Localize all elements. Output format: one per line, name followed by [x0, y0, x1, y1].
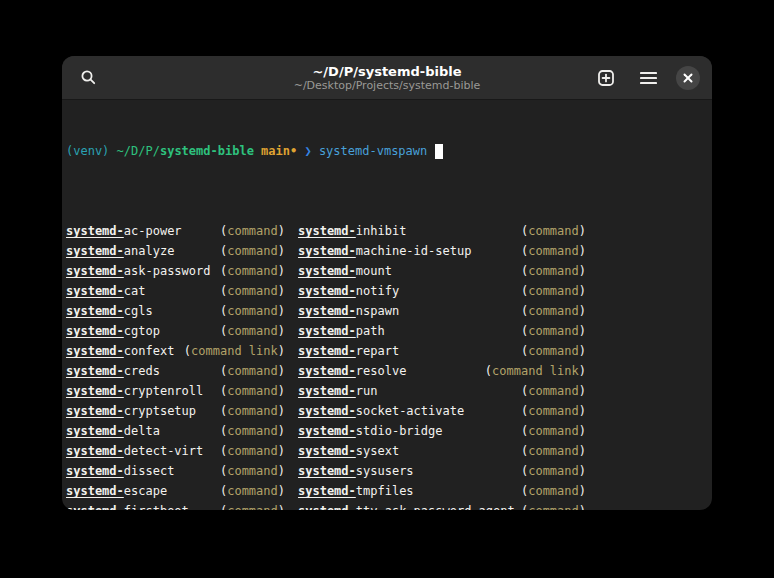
completion-annotation: (command) — [220, 461, 285, 481]
completion-annotation: (command) — [220, 361, 285, 381]
titlebar-titles: ~/D/P/systemd-bible ~/Desktop/Projects/s… — [294, 64, 481, 92]
menu-button[interactable] — [634, 64, 662, 92]
completion-item: systemd-mount(command) — [298, 261, 586, 281]
completion-item: systemd-socket-activate(command) — [298, 401, 586, 421]
completion-annotation: (command) — [220, 501, 285, 510]
search-icon — [80, 69, 97, 86]
titlebar[interactable]: ~/D/P/systemd-bible ~/Desktop/Projects/s… — [62, 56, 712, 100]
completion-prefix: systemd- — [298, 324, 356, 338]
completion-item: systemd-delta(command) — [66, 421, 285, 441]
completion-command-name: systemd-cryptenroll — [66, 381, 203, 401]
search-button[interactable] — [74, 64, 102, 92]
completion-item: systemd-run(command) — [298, 381, 586, 401]
terminal-content[interactable]: (venv) ~/D/P/ systemd-bible main• ❯ syst… — [62, 100, 712, 510]
completion-command-name: systemd-path — [298, 321, 385, 341]
shell-prompt: (venv) ~/D/P/ systemd-bible main• ❯ syst… — [66, 141, 708, 161]
completion-annotation: (command) — [220, 441, 285, 461]
completion-item: systemd-cgls(command) — [66, 301, 285, 321]
completion-command-name: systemd-ask-password — [66, 261, 211, 281]
completion-item: systemd-stdio-bridge(command) — [298, 421, 586, 441]
completion-suffix: stdio-bridge — [356, 424, 443, 438]
completion-suffix: resolve — [356, 364, 407, 378]
completion-annotation: (command) — [220, 241, 285, 261]
completion-suffix: ask-password — [124, 264, 211, 278]
completion-suffix: analyze — [124, 244, 175, 258]
completion-prefix: systemd- — [66, 384, 124, 398]
completion-annotation: (command) — [521, 461, 586, 481]
completion-annotation: (command) — [521, 481, 586, 501]
completion-suffix: sysext — [356, 444, 399, 458]
completion-suffix: cryptsetup — [124, 404, 196, 418]
completion-command-name: systemd-dissect — [66, 461, 174, 481]
completion-suffix: cat — [124, 284, 146, 298]
completion-prefix: systemd- — [298, 344, 356, 358]
completion-annotation: (command) — [521, 441, 586, 461]
completion-item: systemd-sysusers(command) — [298, 461, 586, 481]
completion-prefix: systemd- — [298, 384, 356, 398]
cwd-path-dirname: systemd-bible — [160, 141, 254, 161]
close-button[interactable] — [676, 66, 700, 90]
completion-annotation: (command) — [521, 221, 586, 241]
completion-command-name: systemd-tty-ask-password-agent — [298, 501, 515, 510]
completion-command-name: systemd-cat — [66, 281, 145, 301]
completion-prefix: systemd- — [298, 444, 356, 458]
completion-suffix: path — [356, 324, 385, 338]
completion-suffix: creds — [124, 364, 160, 378]
completion-suffix: cgls — [124, 304, 153, 318]
completion-item: systemd-path(command) — [298, 321, 586, 341]
completion-command-name: systemd-tmpfiles — [298, 481, 414, 501]
new-tab-icon — [597, 69, 615, 87]
completion-command-name: systemd-sysusers — [298, 461, 414, 481]
completion-item: systemd-machine-id-setup(command) — [298, 241, 586, 261]
completion-command-name: systemd-creds — [66, 361, 160, 381]
completion-command-name: systemd-escape — [66, 481, 167, 501]
close-icon — [683, 73, 693, 83]
completion-item: systemd-nspawn(command) — [298, 301, 586, 321]
git-branch: main• — [254, 141, 305, 161]
completion-command-name: systemd-cgls — [66, 301, 153, 321]
completion-suffix: repart — [356, 344, 399, 358]
completion-prefix: systemd- — [298, 304, 356, 318]
completion-suffix: detect-virt — [124, 444, 203, 458]
completion-command-name: systemd-socket-activate — [298, 401, 464, 421]
completion-command-name: systemd-delta — [66, 421, 160, 441]
completion-prefix: systemd- — [66, 244, 124, 258]
completion-annotation: (command) — [220, 321, 285, 341]
completion-command-name: systemd-nspawn — [298, 301, 399, 321]
completion-command-name: systemd-inhibit — [298, 221, 406, 241]
completion-command-name: systemd-mount — [298, 261, 392, 281]
completion-command-name: systemd-notify — [298, 281, 399, 301]
new-tab-button[interactable] — [592, 64, 620, 92]
completion-annotation: (command) — [521, 381, 586, 401]
completion-suffix: mount — [356, 264, 392, 278]
completion-prefix: systemd- — [66, 364, 124, 378]
completion-item: systemd-confext(command link) — [66, 341, 285, 361]
completion-annotation: (command) — [220, 401, 285, 421]
completion-prefix: systemd- — [298, 484, 356, 498]
completion-annotation: (command link) — [184, 341, 285, 361]
completion-prefix: systemd- — [66, 404, 124, 418]
completion-column-right: systemd-inhibit(command)systemd-machine-… — [298, 221, 586, 510]
completion-command-name: systemd-stdio-bridge — [298, 421, 443, 441]
completion-suffix: dissect — [124, 464, 175, 478]
completion-item: systemd-cat(command) — [66, 281, 285, 301]
completion-annotation: (command) — [220, 481, 285, 501]
completion-item: systemd-notify(command) — [298, 281, 586, 301]
completion-command-name: systemd-machine-id-setup — [298, 241, 471, 261]
completion-suffix: notify — [356, 284, 399, 298]
completion-annotation: (command) — [521, 421, 586, 441]
completion-list: systemd-ac-power(command)systemd-analyze… — [66, 221, 708, 510]
completion-item: systemd-dissect(command) — [66, 461, 285, 481]
completion-prefix: systemd- — [66, 304, 124, 318]
completion-suffix: cryptenroll — [124, 384, 203, 398]
completion-column-left: systemd-ac-power(command)systemd-analyze… — [66, 221, 285, 510]
completion-annotation: (command) — [521, 261, 586, 281]
completion-prefix: systemd- — [66, 284, 124, 298]
completion-prefix: systemd- — [66, 344, 124, 358]
completion-prefix: systemd- — [66, 264, 124, 278]
completion-suffix: confext — [124, 344, 175, 358]
completion-prefix: systemd- — [66, 504, 124, 510]
completion-annotation: (command) — [220, 381, 285, 401]
completion-suffix: socket-activate — [356, 404, 464, 418]
venv-indicator: (venv) — [66, 141, 117, 161]
